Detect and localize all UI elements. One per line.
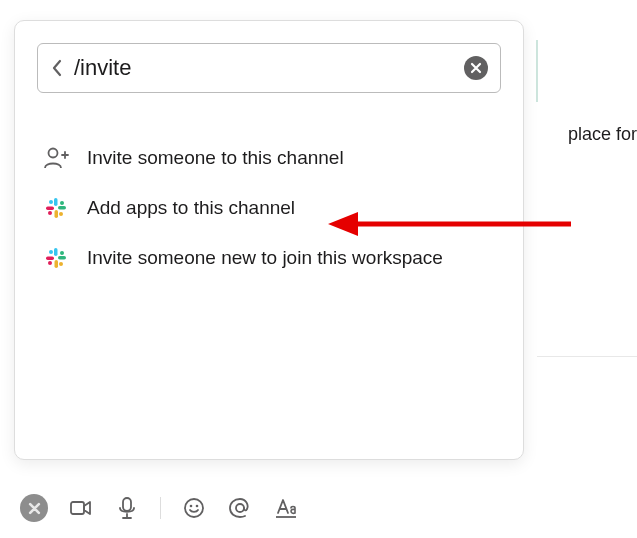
svg-point-0 bbox=[49, 149, 58, 158]
emoji-icon[interactable] bbox=[181, 495, 207, 521]
result-label: Invite someone to this channel bbox=[87, 147, 344, 169]
svg-rect-12 bbox=[46, 257, 54, 261]
svg-point-15 bbox=[59, 262, 63, 266]
svg-rect-19 bbox=[71, 502, 84, 514]
svg-rect-10 bbox=[58, 256, 66, 260]
search-container bbox=[37, 43, 501, 93]
result-label: Invite someone new to join this workspac… bbox=[87, 247, 443, 269]
svg-point-5 bbox=[49, 200, 53, 204]
svg-rect-3 bbox=[55, 210, 59, 218]
command-input[interactable] bbox=[74, 55, 464, 81]
back-chevron-icon[interactable] bbox=[50, 58, 64, 78]
slack-icon bbox=[43, 245, 69, 271]
svg-point-22 bbox=[190, 505, 193, 508]
svg-rect-20 bbox=[123, 498, 131, 511]
slack-icon bbox=[43, 195, 69, 221]
svg-point-21 bbox=[185, 499, 203, 517]
background-accent bbox=[536, 40, 538, 102]
mention-icon[interactable] bbox=[227, 495, 253, 521]
results-list: Invite someone to this channel Add apps … bbox=[15, 133, 523, 283]
svg-rect-2 bbox=[58, 206, 66, 210]
svg-rect-4 bbox=[46, 207, 54, 211]
toolbar-divider bbox=[160, 497, 161, 519]
mic-icon[interactable] bbox=[114, 495, 140, 521]
result-add-apps[interactable]: Add apps to this channel bbox=[15, 183, 523, 233]
svg-point-16 bbox=[48, 261, 52, 265]
svg-point-13 bbox=[49, 250, 53, 254]
clear-input-icon[interactable] bbox=[464, 56, 488, 80]
svg-rect-9 bbox=[54, 248, 58, 256]
result-label: Add apps to this channel bbox=[87, 197, 295, 219]
close-composer-icon[interactable] bbox=[20, 494, 48, 522]
svg-point-24 bbox=[236, 504, 244, 512]
svg-rect-1 bbox=[54, 198, 58, 206]
background-partial-text: place for bbox=[568, 124, 637, 145]
person-add-icon bbox=[43, 145, 69, 171]
background-divider bbox=[537, 356, 637, 357]
video-icon[interactable] bbox=[68, 495, 94, 521]
svg-point-6 bbox=[60, 201, 64, 205]
result-invite-someone[interactable]: Invite someone to this channel bbox=[15, 133, 523, 183]
svg-rect-11 bbox=[55, 260, 59, 268]
svg-point-14 bbox=[60, 251, 64, 255]
svg-point-7 bbox=[59, 212, 63, 216]
result-invite-workspace[interactable]: Invite someone new to join this workspac… bbox=[15, 233, 523, 283]
command-popup: Invite someone to this channel Add apps … bbox=[14, 20, 524, 460]
format-icon[interactable] bbox=[273, 495, 299, 521]
composer-toolbar bbox=[20, 494, 299, 522]
svg-point-23 bbox=[196, 505, 199, 508]
svg-point-8 bbox=[48, 211, 52, 215]
